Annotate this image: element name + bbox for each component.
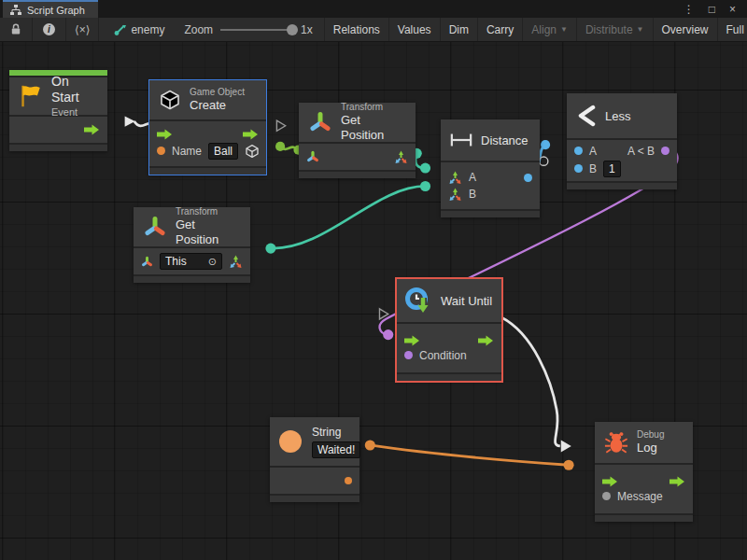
node-get-position-this[interactable]: Transform Get Position This ⊙ <box>134 207 250 283</box>
flow-stub-triangle <box>276 120 285 131</box>
flow-in-port[interactable] <box>602 476 618 487</box>
window-menu-button[interactable]: ⋮ <box>684 3 695 16</box>
flow-in-port[interactable] <box>157 129 173 140</box>
less-input-a-port[interactable] <box>574 147 583 155</box>
node-title: Create <box>190 98 245 113</box>
node-wait-until[interactable]: Wait Until Condition <box>397 279 501 381</box>
wire-string-to-log[interactable] <box>365 440 574 469</box>
flow-out-port[interactable] <box>478 335 494 346</box>
carry-button[interactable]: Carry <box>478 18 523 41</box>
message-input-port[interactable] <box>602 492 611 500</box>
wait-clock-icon <box>404 287 432 315</box>
tab-title: Script Graph <box>27 5 85 16</box>
target-value-text: This <box>165 254 187 269</box>
condition-input-port[interactable] <box>404 351 413 359</box>
graph-tab-icon <box>10 5 21 16</box>
node-debug-log[interactable]: Debug Log Message <box>595 422 693 522</box>
node-footer <box>595 515 693 522</box>
node-title: Less <box>605 109 630 123</box>
less-output-port[interactable] <box>661 147 669 155</box>
node-footer <box>270 496 359 502</box>
tab-bar: Script Graph ⋮ □ × <box>0 0 747 18</box>
node-title: String <box>312 426 360 440</box>
overview-button[interactable]: Overview <box>654 18 718 41</box>
vector3-output-port[interactable] <box>229 255 243 269</box>
lock-button[interactable] <box>0 18 33 41</box>
name-value-field[interactable]: Ball <box>208 143 238 160</box>
input-b-label: B <box>469 188 476 201</box>
transform-input-port[interactable] <box>306 150 319 163</box>
vector3-input-a-port[interactable] <box>448 171 462 185</box>
node-footer <box>567 183 677 189</box>
node-title: On Start <box>51 74 100 106</box>
node-title: Log <box>637 441 664 455</box>
script-graph-window: Script Graph ⋮ □ × i ⟨×⟩ <box>0 0 747 560</box>
input-a-label: A <box>589 145 597 158</box>
transform-icon <box>308 110 332 134</box>
dim-button[interactable]: Dim <box>441 18 478 41</box>
input-b-label: B <box>589 162 597 175</box>
input-b-value-field[interactable]: 1 <box>603 161 621 177</box>
input-a-label: A <box>469 171 476 184</box>
bug-icon <box>604 430 628 455</box>
graph-canvas[interactable]: On Start Event <box>0 42 747 560</box>
graph-toolbar: i ⟨×⟩ enemy Zoom 1x Relations Values Dim <box>0 18 747 42</box>
distance-icon <box>450 133 472 147</box>
full-screen-button[interactable]: Full Screen <box>718 18 747 41</box>
code-fold-button[interactable]: ⟨×⟩ <box>66 18 99 41</box>
node-get-position-top[interactable]: Transform Get Position <box>299 103 416 178</box>
string-output-port[interactable] <box>345 477 352 484</box>
node-title: Distance <box>481 133 529 147</box>
vector3-output-port[interactable] <box>394 150 408 164</box>
values-button[interactable]: Values <box>389 18 441 41</box>
align-label: Align <box>531 23 557 36</box>
game-object-output-port[interactable] <box>245 144 260 159</box>
transform-icon <box>143 215 167 239</box>
flow-out-port[interactable] <box>669 476 685 487</box>
relations-button[interactable]: Relations <box>325 18 389 41</box>
align-dropdown[interactable]: Align ▼ <box>523 18 577 41</box>
info-icon: i <box>43 23 55 35</box>
less-input-b-port[interactable] <box>574 164 583 173</box>
condition-label: Condition <box>419 349 467 362</box>
node-category: Transform <box>176 206 241 218</box>
zoom-slider-thumb[interactable] <box>287 24 298 35</box>
wire-waituntil-to-log[interactable] <box>493 311 571 453</box>
graph-name-indicator[interactable]: enemy <box>99 18 173 41</box>
node-create-game-object[interactable]: Game Object Create Name Ball <box>149 80 266 175</box>
distance-output-port[interactable] <box>524 174 532 182</box>
node-footer <box>149 168 266 175</box>
tab-script-graph[interactable]: Script Graph <box>3 0 98 18</box>
node-title: Wait Until <box>441 294 492 308</box>
node-string[interactable]: String Waited! <box>270 417 359 502</box>
comparison-output-label: A < B <box>627 145 655 158</box>
string-icon <box>277 428 303 455</box>
maximize-button[interactable]: □ <box>709 3 715 16</box>
zoom-slider[interactable] <box>220 29 293 31</box>
node-less[interactable]: Less A A < B B 1 <box>567 93 677 189</box>
info-button[interactable]: i <box>33 18 66 41</box>
distribute-dropdown[interactable]: Distribute ▼ <box>577 18 654 41</box>
node-on-start[interactable]: On Start Event <box>9 70 107 151</box>
node-title: Get Position <box>341 113 406 144</box>
flag-icon <box>17 83 43 109</box>
graph-name-label: enemy <box>131 23 164 36</box>
flow-out-port[interactable] <box>84 124 100 135</box>
less-than-icon <box>576 105 597 127</box>
flow-in-port[interactable] <box>404 335 420 346</box>
name-input-port[interactable] <box>157 147 165 155</box>
target-value-field[interactable]: This ⊙ <box>160 253 222 270</box>
window-controls: ⋮ □ × <box>684 0 747 18</box>
zoom-value: 1x <box>301 23 313 36</box>
close-button[interactable]: × <box>729 3 736 16</box>
string-value-field[interactable]: Waited! <box>312 441 360 458</box>
vector3-input-b-port[interactable] <box>448 188 462 202</box>
flow-out-port[interactable] <box>243 129 259 140</box>
cube-icon <box>159 89 181 111</box>
node-category: Transform <box>341 102 406 114</box>
node-distance[interactable]: Distance A <box>441 119 540 217</box>
transform-input-port[interactable] <box>141 256 153 268</box>
wire-getposition-b-to-distance[interactable] <box>265 181 430 254</box>
object-picker-icon[interactable]: ⊙ <box>208 254 217 269</box>
lock-icon <box>10 23 21 35</box>
